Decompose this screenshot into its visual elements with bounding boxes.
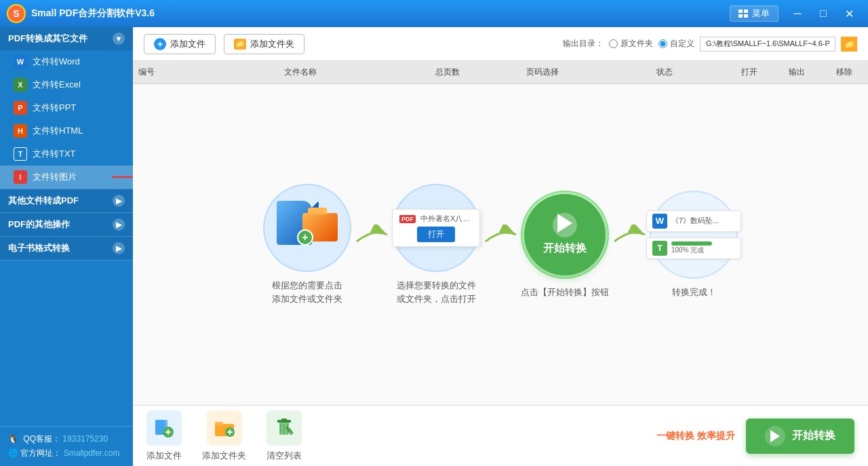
browse-output-button[interactable]: 📁 bbox=[841, 37, 857, 52]
step1-illustration: + bbox=[270, 194, 344, 262]
svg-rect-1 bbox=[744, 9, 748, 13]
tutorial-step-4: W 《7》数码坠... T 100% 完成 bbox=[650, 191, 738, 299]
play-icon bbox=[557, 214, 572, 233]
tutorial-step-2: PDF 中外著名X八*.pdf,.. 打开 选择您要转换的文件 或文件夹，点击打… bbox=[392, 184, 480, 305]
plus-badge: + bbox=[297, 229, 313, 246]
tutorial-arrow-2 bbox=[480, 225, 521, 245]
excel-icon: X bbox=[14, 78, 27, 92]
section2-collapse-icon: ▶ bbox=[113, 195, 125, 207]
svg-rect-18 bbox=[229, 429, 231, 435]
step3-circle: 开始转换 bbox=[521, 191, 609, 279]
content-area: + 添加文件 📁 添加文件夹 输出目录： 原文件夹 自定义 G:\教程\SMAL… bbox=[133, 27, 868, 466]
clear-svg bbox=[274, 417, 294, 439]
globe-icon: 🌐 bbox=[8, 448, 18, 458]
svg-rect-2 bbox=[738, 14, 743, 18]
pdf-filename: PDF 中外著名X八*.pdf,.. bbox=[399, 214, 473, 224]
qq-icon: 🐧 bbox=[8, 434, 18, 444]
bottom-clear-list[interactable]: 清空列表 bbox=[267, 410, 302, 462]
step4-circle: W 《7》数码坠... T 100% 完成 bbox=[650, 191, 738, 279]
result-item-1: W 《7》数码坠... bbox=[646, 210, 741, 232]
close-button[interactable]: ✕ bbox=[837, 4, 861, 23]
custom-dir-radio-label[interactable]: 自定义 bbox=[658, 38, 694, 50]
minimize-button[interactable]: ─ bbox=[785, 4, 810, 23]
play-icon-container bbox=[553, 213, 577, 237]
sidebar-item-ppt[interactable]: P 文件转PPT bbox=[0, 96, 133, 119]
custom-dir-radio[interactable] bbox=[658, 39, 667, 48]
sidebar-section-pdf-ops: PDF的其他操作 ▶ bbox=[0, 213, 133, 237]
step1-text: 根据您的需要点击 添加文件或文件夹 bbox=[272, 279, 342, 305]
svg-rect-15 bbox=[215, 422, 223, 426]
sidebar-section-header-4[interactable]: 电子书格式转换 ▶ bbox=[0, 237, 133, 260]
website-link[interactable]: Smallpdfer.com bbox=[64, 448, 120, 458]
sidebar-section-pdf-convert: PDF转换成其它文件 ▼ W 文件转Word X 文件转Excel P 文件转P… bbox=[0, 27, 133, 189]
section3-collapse-icon: ▶ bbox=[113, 218, 125, 231]
original-dir-radio-label[interactable]: 原文件夹 bbox=[609, 38, 653, 50]
main-content: + 根据您的需要点击 添加文件或文件夹 bbox=[133, 84, 868, 405]
website-info: 🌐 官方网址： Smallpdfer.com bbox=[8, 448, 125, 459]
step3-text: 点击【开始转换】按钮 bbox=[521, 286, 609, 299]
menu-button[interactable]: 菜单 bbox=[730, 5, 778, 22]
sidebar: PDF转换成其它文件 ▼ W 文件转Word X 文件转Excel P 文件转P… bbox=[0, 27, 133, 466]
add-folder-svg bbox=[214, 419, 235, 438]
col-header-remove: 移除 bbox=[821, 64, 868, 81]
start-convert-button[interactable]: 开始转换 bbox=[746, 419, 854, 454]
progress-fill bbox=[671, 241, 712, 246]
progress-bar bbox=[671, 241, 712, 246]
start-btn-play-icon bbox=[770, 430, 780, 442]
bottom-add-folder-icon bbox=[207, 410, 242, 446]
progress-text: 100% 完成 bbox=[671, 246, 704, 254]
add-file-svg bbox=[153, 417, 175, 439]
tutorial-arrow-3 bbox=[609, 225, 650, 245]
pdf-open-card: PDF 中外著名X八*.pdf,.. 打开 bbox=[392, 209, 480, 247]
col-header-pages: 总页数 bbox=[414, 64, 481, 81]
section1-collapse-icon: ▼ bbox=[113, 33, 125, 45]
pdf-badge: PDF bbox=[399, 215, 416, 223]
add-file-illustration: + bbox=[277, 201, 338, 255]
original-dir-radio[interactable] bbox=[609, 39, 618, 48]
step2-text: 选择您要转换的文件 或文件夹，点击打开 bbox=[397, 279, 476, 305]
result-icons: W 《7》数码坠... T 100% 完成 bbox=[646, 210, 741, 259]
bottom-add-file[interactable]: 添加文件 bbox=[146, 410, 182, 462]
window-controls: ─ □ ✕ bbox=[785, 4, 861, 23]
col-header-output: 输出 bbox=[773, 64, 821, 81]
add-folder-button[interactable]: 📁 添加文件夹 bbox=[224, 34, 304, 54]
sidebar-section-header-3[interactable]: PDF的其他操作 ▶ bbox=[0, 213, 133, 236]
sidebar-item-html[interactable]: H 文件转HTML bbox=[0, 119, 133, 142]
sidebar-item-excel[interactable]: X 文件转Excel bbox=[0, 73, 133, 96]
qq-number-link[interactable]: 1933175230 bbox=[62, 434, 108, 444]
bottom-add-folder[interactable]: 添加文件夹 bbox=[202, 410, 246, 462]
maximize-button[interactable]: □ bbox=[811, 4, 835, 23]
bottom-add-file-label: 添加文件 bbox=[146, 450, 182, 462]
step4-text: 转换完成！ bbox=[672, 286, 716, 299]
col-header-num: 编号 bbox=[133, 64, 187, 81]
result-txt-icon: T bbox=[652, 241, 667, 256]
sidebar-bottom: 🐧 QQ客服： 1933175230 🌐 官方网址： Smallpdfer.co… bbox=[0, 426, 133, 466]
efficiency-text: 一键转换 效率提升 bbox=[656, 430, 735, 442]
sidebar-item-word[interactable]: W 文件转Word bbox=[0, 50, 133, 73]
bottom-clear-icon bbox=[267, 410, 302, 446]
pdf-open-button[interactable]: 打开 bbox=[417, 227, 455, 242]
sidebar-item-image[interactable]: I 文件转图片 bbox=[0, 166, 133, 189]
sidebar-section-header-2[interactable]: 其他文件转成PDF ▶ bbox=[0, 189, 133, 212]
bottom-bar: 添加文件 添加文件夹 bbox=[133, 405, 868, 466]
output-dir-section: 输出目录： 原文件夹 自定义 G:\教程\SMALLF~1.6\SMALLF~4… bbox=[563, 37, 857, 52]
app-logo: S bbox=[7, 4, 26, 23]
image-icon: I bbox=[14, 170, 27, 184]
sidebar-item-txt[interactable]: T 文件转TXT bbox=[0, 142, 133, 166]
start-btn-play-container bbox=[765, 426, 785, 446]
add-folder-icon: 📁 bbox=[234, 39, 246, 50]
start-btn-label: 开始转换 bbox=[792, 429, 835, 443]
word-icon: W bbox=[14, 55, 27, 69]
output-path-display: G:\教程\SMALLF~1.6\SMALLF~4.6-P bbox=[700, 37, 835, 52]
app-title: Small PDF合并分割软件V3.6 bbox=[31, 7, 730, 20]
start-convert-circle-button[interactable]: 开始转换 bbox=[524, 194, 606, 275]
step1-circle: + bbox=[263, 184, 351, 272]
sidebar-section-to-pdf: 其他文件转成PDF ▶ bbox=[0, 189, 133, 213]
step2-circle: PDF 中外著名X八*.pdf,.. 打开 bbox=[392, 184, 480, 272]
toolbar: + 添加文件 📁 添加文件夹 输出目录： 原文件夹 自定义 G:\教程\SMAL… bbox=[133, 27, 868, 61]
sidebar-section-header-1[interactable]: PDF转换成其它文件 ▼ bbox=[0, 27, 133, 50]
add-file-button[interactable]: + 添加文件 bbox=[144, 34, 216, 54]
bottom-add-file-icon bbox=[146, 410, 182, 446]
col-header-open: 打开 bbox=[726, 64, 773, 81]
tutorial-step-1: + 根据您的需要点击 添加文件或文件夹 bbox=[263, 184, 351, 305]
